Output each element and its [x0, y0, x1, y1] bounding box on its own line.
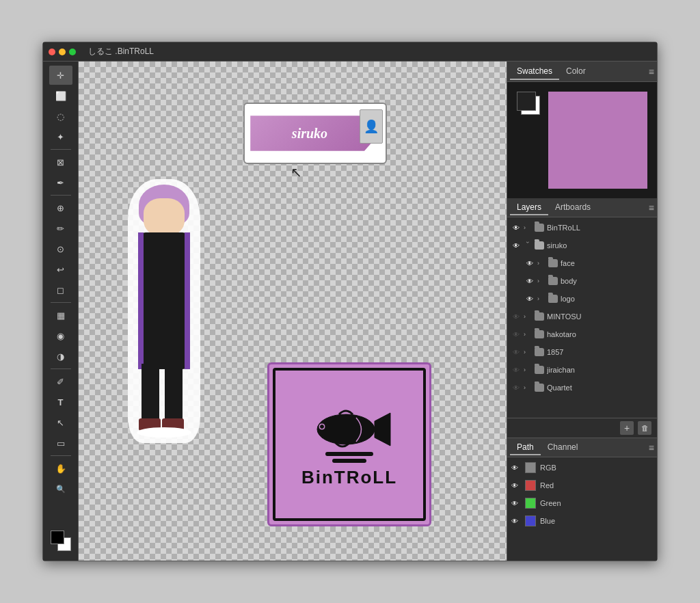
foreground-color-swatch[interactable] [51, 531, 64, 544]
fg-bg-color[interactable] [51, 531, 71, 551]
character-figure [120, 82, 208, 540]
logo-inner: BinTRoLL [281, 376, 418, 513]
layer-eye-jiraichan[interactable]: 👁 [511, 365, 521, 375]
dodge-tool[interactable]: ◑ [49, 347, 72, 366]
layer-folder-body [548, 277, 558, 285]
nameplate: siruko 👤 [243, 103, 387, 164]
layer-eye-bintroll[interactable]: 👁 [511, 223, 521, 232]
channel-chip-blue [525, 515, 536, 526]
layers-bottom-bar: + 🗑 [507, 418, 657, 438]
move-tool[interactable]: ✛ [49, 66, 72, 85]
layer-logo[interactable]: 👁 › logo [507, 290, 657, 308]
layer-expand-body[interactable]: › [537, 278, 546, 284]
swatches-color-tabs: Swatches Color ≡ [507, 62, 657, 82]
layer-body[interactable]: 👁 › body [507, 272, 657, 290]
layer-name-body: body [561, 277, 653, 285]
healing-tool[interactable]: ⊕ [49, 198, 72, 217]
layer-eye-body[interactable]: 👁 [525, 276, 535, 286]
layer-eye-1857[interactable]: 👁 [511, 347, 521, 357]
path-channel-tabs: Path Channel ≡ [507, 438, 657, 457]
layer-expand-quartet[interactable]: › [524, 384, 532, 391]
cursor: ↖ [291, 164, 302, 180]
layer-folder-jiraichan [535, 366, 544, 374]
layers-tab[interactable]: Layers [510, 200, 548, 215]
color-tab[interactable]: Color [559, 64, 593, 80]
channel-eye-red[interactable]: 👁 [511, 482, 521, 490]
hand-tool[interactable]: ✋ [49, 459, 72, 478]
layer-folder-hakotaro [535, 330, 544, 338]
layer-bintroll[interactable]: 👁 › BinTRoLL [507, 219, 657, 237]
right-panel: Swatches Color ≡ Layers Artboards ≡ [507, 62, 657, 561]
delete-layer-button[interactable]: 🗑 [638, 421, 651, 435]
artboards-tab[interactable]: Artboards [548, 200, 597, 215]
swatches-tab[interactable]: Swatches [510, 64, 559, 80]
layer-expand-1857[interactable]: › [524, 349, 532, 356]
blur-tool[interactable]: ◉ [49, 326, 72, 345]
color-preview-area [507, 82, 657, 198]
layer-expand-mintosu[interactable]: › [524, 313, 532, 320]
layer-1857[interactable]: 👁 › 1857 [507, 343, 657, 361]
history-tool[interactable]: ↩ [49, 260, 72, 279]
channel-tab[interactable]: Channel [541, 440, 585, 455]
minimize-button[interactable] [59, 49, 66, 55]
path-select-tool[interactable]: ↖ [49, 413, 72, 432]
channel-green[interactable]: 👁 Green [507, 494, 657, 512]
stamp-tool[interactable]: ⊙ [49, 239, 72, 258]
layer-eye-face[interactable]: 👁 [525, 258, 535, 268]
magic-wand-tool[interactable]: ✦ [49, 127, 72, 146]
layer-eye-hakotaro[interactable]: 👁 [511, 330, 521, 339]
layer-expand-siruko[interactable]: › [524, 241, 531, 250]
add-layer-button[interactable]: + [620, 421, 634, 435]
toolbar: ✛ ⬜ ◌ ✦ ⊠ ✒ ⊕ ✏ ⊙ ↩ ◻ ▦ ◉ ◑ ✐ T ↖ ▭ ✋ 🔍 [43, 62, 79, 561]
main-color-swatch[interactable] [548, 92, 647, 189]
lasso-tool[interactable]: ◌ [49, 107, 72, 126]
layers-menu-icon[interactable]: ≡ [649, 202, 654, 213]
channel-red[interactable]: 👁 Red [507, 477, 657, 494]
layer-expand-hakotaro[interactable]: › [524, 331, 532, 338]
swatches-menu-icon[interactable]: ≡ [649, 66, 654, 77]
layer-hakotaro[interactable]: 👁 › hakotaro [507, 325, 657, 343]
path-menu-icon[interactable]: ≡ [649, 442, 654, 453]
shape-tool[interactable]: ▭ [49, 433, 72, 453]
channel-eye-rgb[interactable]: 👁 [511, 464, 521, 472]
zoom-tool[interactable]: 🔍 [49, 479, 72, 498]
layer-face[interactable]: 👁 › face [507, 254, 657, 272]
channel-blue[interactable]: 👁 Blue [507, 512, 657, 530]
layer-jiraichan[interactable]: 👁 › jiraichan [507, 361, 657, 379]
layer-eye-siruko[interactable]: 👁 [511, 241, 521, 250]
layer-folder-mintosu [535, 312, 544, 321]
type-tool[interactable]: T [49, 392, 72, 412]
layer-expand-jiraichan[interactable]: › [524, 366, 532, 373]
fg-color-square[interactable] [517, 92, 536, 111]
eyedropper-tool[interactable]: ✒ [49, 173, 72, 192]
channel-name-green: Green [540, 499, 561, 507]
layer-eye-quartet[interactable]: 👁 [511, 383, 521, 392]
channel-eye-green[interactable]: 👁 [511, 500, 521, 507]
close-button[interactable] [49, 49, 55, 55]
layer-expand-bintroll[interactable]: › [524, 224, 532, 231]
layer-folder-1857 [535, 348, 544, 356]
crop-tool[interactable]: ⊠ [49, 152, 72, 172]
layer-eye-mintosu[interactable]: 👁 [511, 312, 521, 321]
layer-expand-logo[interactable]: › [537, 295, 546, 302]
gradient-tool[interactable]: ▦ [49, 306, 72, 325]
channel-eye-blue[interactable]: 👁 [511, 518, 521, 525]
maximize-button[interactable] [69, 49, 76, 55]
layer-name-quartet: Quartet [547, 384, 653, 392]
layer-mintosu[interactable]: 👁 › MINTOSU [507, 308, 657, 325]
channel-rgb[interactable]: 👁 RGB [507, 459, 657, 477]
layer-name-jiraichan: jiraichan [547, 366, 653, 374]
layer-eye-logo[interactable]: 👁 [525, 294, 535, 304]
layer-siruko[interactable]: 👁 › siruko [507, 237, 657, 254]
pen-tool[interactable]: ✐ [49, 372, 72, 391]
eraser-tool[interactable]: ◻ [49, 280, 72, 299]
canvas-area[interactable]: siruko 👤 [79, 62, 507, 561]
color-swatches [51, 531, 71, 557]
main-area: ✛ ⬜ ◌ ✦ ⊠ ✒ ⊕ ✏ ⊙ ↩ ◻ ▦ ◉ ◑ ✐ T ↖ ▭ ✋ 🔍 [43, 62, 657, 561]
layer-quartet[interactable]: 👁 › Quartet [507, 379, 657, 397]
marquee-tool[interactable]: ⬜ [49, 86, 72, 105]
brush-tool[interactable]: ✏ [49, 219, 72, 238]
channel-chip-green [525, 498, 536, 509]
layer-expand-face[interactable]: › [537, 260, 546, 267]
path-tab[interactable]: Path [510, 440, 541, 455]
